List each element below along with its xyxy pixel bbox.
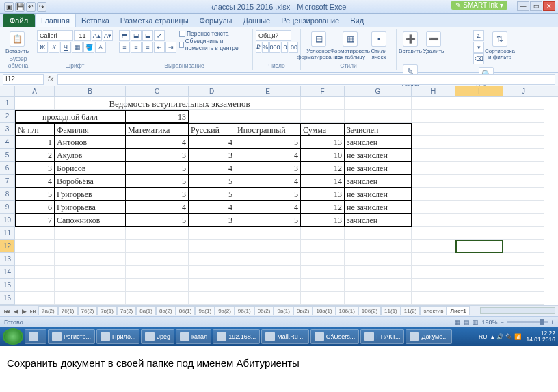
cell[interactable]: 4 bbox=[235, 175, 301, 188]
col-header[interactable]: H bbox=[412, 86, 455, 96]
cell[interactable]: Фамилия bbox=[55, 123, 126, 136]
sheet-tab[interactable]: 7в(2) bbox=[117, 306, 136, 315]
sheet-tab[interactable]: Лист1 bbox=[447, 306, 469, 315]
active-cell[interactable] bbox=[455, 253, 503, 266]
cell[interactable]: зачислен bbox=[345, 214, 412, 227]
cell[interactable]: 5 bbox=[189, 175, 235, 188]
view-pagebreak-button[interactable]: ▥ bbox=[473, 319, 479, 326]
sheet-tab[interactable]: 11(1) bbox=[381, 306, 401, 315]
cell[interactable]: Сумма bbox=[301, 123, 345, 136]
tray-icons[interactable]: ▴ 🔊 🔌 📶 bbox=[491, 333, 522, 340]
redo-icon[interactable]: ↷ bbox=[37, 2, 46, 12]
cell[interactable]: 4 bbox=[126, 201, 189, 214]
taskbar-item[interactable]: Докуме... bbox=[406, 329, 451, 344]
cell[interactable]: 13 bbox=[126, 110, 189, 123]
col-header[interactable]: F bbox=[301, 86, 345, 96]
smartink-badge[interactable]: ✎ SMART Ink ▾ bbox=[451, 1, 507, 10]
wrap-text-button[interactable]: Перенос текста bbox=[179, 30, 250, 37]
sheet-tab[interactable]: 10б(1) bbox=[336, 306, 358, 315]
row-header[interactable]: 3 bbox=[0, 123, 15, 136]
taskbar-item[interactable]: Регистр... bbox=[48, 329, 95, 344]
cell[interactable]: 7 bbox=[15, 214, 55, 227]
cell[interactable]: 4 bbox=[189, 136, 235, 149]
active-cell[interactable] bbox=[455, 292, 503, 305]
cell[interactable]: 10 bbox=[301, 149, 345, 162]
tab-scroll-next[interactable]: ▶ bbox=[21, 308, 28, 315]
cell[interactable]: 3 bbox=[189, 214, 235, 227]
view-pagelayout-button[interactable]: ▤ bbox=[464, 319, 470, 326]
cell[interactable]: 13 bbox=[301, 188, 345, 201]
tab-file[interactable]: Файл bbox=[3, 14, 35, 27]
cell[interactable]: 3 bbox=[189, 149, 235, 162]
merge-center-button[interactable]: Объединить и поместить в центре bbox=[179, 38, 250, 51]
row-header[interactable]: 13 bbox=[0, 253, 15, 266]
cell[interactable]: 6 bbox=[15, 201, 55, 214]
align-right-button[interactable]: ≡ bbox=[142, 42, 153, 53]
zoom-slider[interactable] bbox=[507, 321, 548, 323]
align-left-button[interactable]: ≡ bbox=[119, 42, 130, 53]
taskbar-item[interactable]: ПРАКТ... bbox=[360, 329, 404, 344]
cell[interactable]: Григорьев bbox=[55, 188, 126, 201]
cell[interactable]: 4 bbox=[189, 162, 235, 175]
cell[interactable]: зачислен bbox=[345, 175, 412, 188]
horizontal-scrollbar[interactable] bbox=[480, 307, 555, 314]
shrink-font-button[interactable]: A▾ bbox=[103, 30, 113, 41]
taskbar-item[interactable]: C:\Users... bbox=[310, 329, 360, 344]
tab-pagelayout[interactable]: Разметка страницы bbox=[115, 14, 194, 27]
taskbar-item[interactable]: 192.168... bbox=[213, 329, 260, 344]
align-center-button[interactable]: ≡ bbox=[131, 42, 142, 53]
fx-icon[interactable]: fx bbox=[45, 75, 56, 83]
sheet-tab[interactable]: 8а(1) bbox=[136, 306, 156, 315]
font-size-combo[interactable]: 11 bbox=[74, 30, 91, 41]
cell[interactable]: 4 bbox=[235, 201, 301, 214]
sheet-tab[interactable]: 10б(2) bbox=[358, 306, 381, 315]
sheet-tab[interactable]: 8б(1) bbox=[176, 306, 196, 315]
cell[interactable]: 3 bbox=[126, 149, 189, 162]
format-table-button[interactable]: ▦Форматировать как таблицу bbox=[335, 30, 365, 62]
cell[interactable]: 5 bbox=[235, 188, 301, 201]
cell[interactable]: Антонов bbox=[55, 136, 126, 149]
percent-button[interactable]: % bbox=[262, 42, 269, 53]
sheet-tab[interactable]: 7а(2) bbox=[38, 306, 58, 315]
taskbar-item[interactable]: Jpeg bbox=[141, 329, 174, 344]
row-header[interactable]: 2 bbox=[0, 110, 15, 123]
maximize-button[interactable]: ▭ bbox=[530, 1, 542, 11]
sheet-tab[interactable]: 7в(1) bbox=[97, 306, 116, 315]
cell[interactable]: Сапожников bbox=[55, 214, 126, 227]
cell[interactable]: не зачислен bbox=[345, 149, 412, 162]
sheet-tab[interactable]: 10а(1) bbox=[313, 306, 335, 315]
save-icon[interactable]: 💾 bbox=[15, 2, 25, 12]
row-header[interactable]: 8 bbox=[0, 188, 15, 201]
cell[interactable]: 14 bbox=[301, 175, 345, 188]
cond-format-button[interactable]: ▤Условное форматирование bbox=[304, 30, 334, 62]
cell[interactable]: Акулов bbox=[55, 149, 126, 162]
sheet-tab[interactable]: 7б(1) bbox=[58, 306, 78, 315]
cell[interactable]: Русский bbox=[189, 123, 235, 136]
tab-scroll-last[interactable]: ⏭ bbox=[29, 308, 38, 315]
cell[interactable]: 12 bbox=[301, 162, 345, 175]
col-header[interactable]: D bbox=[189, 86, 235, 96]
cell[interactable]: 3 bbox=[126, 188, 189, 201]
row-header[interactable]: 1 bbox=[0, 97, 15, 110]
tab-scroll-first[interactable]: ⏮ bbox=[3, 308, 12, 315]
col-header[interactable]: I bbox=[455, 86, 503, 96]
cell[interactable]: 1 bbox=[15, 136, 55, 149]
autosum-button[interactable]: Σ bbox=[473, 30, 484, 41]
row-header[interactable]: 5 bbox=[0, 149, 15, 162]
row-header[interactable]: 9 bbox=[0, 201, 15, 214]
name-box[interactable]: I12 bbox=[3, 74, 44, 85]
sheet-tab[interactable]: электив bbox=[420, 306, 447, 315]
merged-title-cell[interactable]: Ведомость вступительных экзаменов bbox=[15, 97, 345, 110]
tab-data[interactable]: Данные bbox=[237, 14, 276, 27]
sheet-tab[interactable]: 9в(2) bbox=[293, 306, 313, 315]
tab-view[interactable]: Вид bbox=[345, 14, 369, 27]
system-tray[interactable]: RU ▴ 🔊 🔌 📶 12:22 14.01.2016 bbox=[479, 330, 555, 343]
font-name-combo[interactable]: Calibri bbox=[37, 30, 73, 41]
minimize-button[interactable]: — bbox=[517, 1, 529, 11]
taskbar-item[interactable] bbox=[25, 329, 46, 344]
cell[interactable]: 4 bbox=[126, 136, 189, 149]
col-header[interactable]: G bbox=[345, 86, 412, 96]
italic-button[interactable]: К bbox=[49, 42, 59, 53]
tab-insert[interactable]: Вставка bbox=[76, 14, 115, 27]
active-cell[interactable] bbox=[455, 279, 503, 292]
